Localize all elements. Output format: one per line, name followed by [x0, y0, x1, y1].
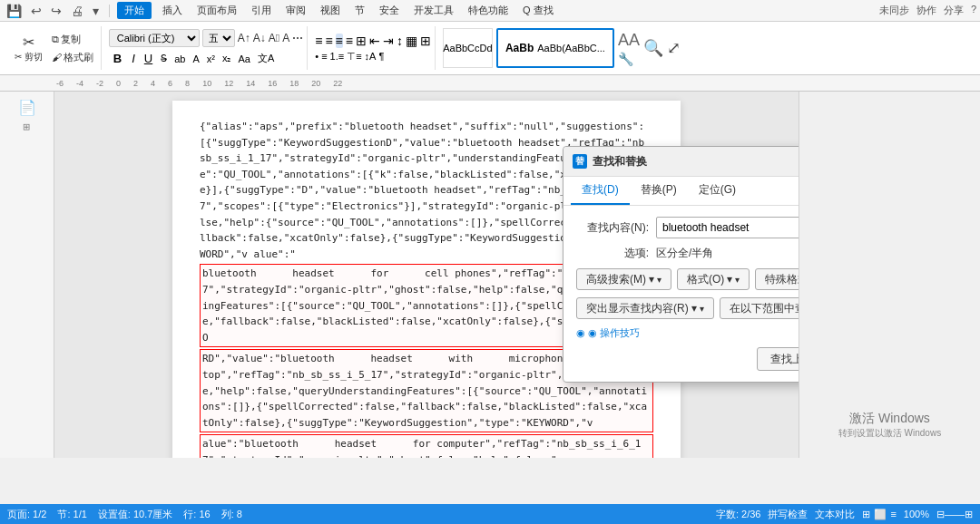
copy-button[interactable]: ⧉ 复制 — [48, 31, 97, 47]
spell-check[interactable]: 拼写检查 — [768, 508, 808, 521]
search-icon[interactable]: 🔍 — [643, 38, 663, 58]
show-all-button[interactable]: 突出显示查找内容(R) ▾ — [576, 297, 714, 319]
clear-format-icon[interactable]: A⃝ — [269, 32, 279, 44]
menu-search[interactable]: Q 查找 — [519, 2, 557, 19]
font-size-select[interactable]: 五号 — [202, 29, 235, 47]
justify-button[interactable]: ≡ — [346, 34, 353, 48]
view-icon-1[interactable]: ⊞ — [862, 509, 870, 520]
subscript-button[interactable]: x₂ — [220, 52, 234, 65]
ruler: -6 -4 -2 0 2 4 6 8 10 12 14 16 18 20 22 — [0, 75, 980, 92]
collaborate-btn[interactable]: 协作 — [916, 4, 936, 17]
highlight-button[interactable]: ab — [172, 53, 188, 65]
shading-button[interactable]: ▦ — [406, 34, 417, 48]
indent-increase-button[interactable]: ⇥ — [383, 34, 394, 48]
format-painter-icon: 🖌 — [52, 52, 62, 63]
italic-button[interactable]: I — [128, 51, 139, 66]
share-btn[interactable]: 分享 — [944, 4, 964, 17]
font-name-select[interactable]: Calibri (正文) — [109, 29, 200, 47]
view-icon-3[interactable]: ≡ — [890, 509, 896, 519]
style-heading1[interactable]: AaBb AaBb(AaBbC... — [496, 28, 614, 68]
menu-insert[interactable]: 插入 — [159, 2, 186, 19]
tab-find[interactable]: 查找(D) — [571, 177, 630, 205]
sort-button[interactable]: ↕A — [365, 51, 377, 63]
customize-icon[interactable]: ▾ — [90, 3, 102, 19]
section-info: 节: 1/1 — [57, 508, 86, 521]
redo-icon[interactable]: ↪ — [48, 3, 64, 19]
borders-button[interactable]: ⊞ — [420, 34, 431, 48]
menu-developer[interactable]: 开发工具 — [410, 2, 457, 19]
find-in-scope-label: 在以下范围中查找(I) — [730, 301, 799, 316]
style-normal[interactable]: AaBbCcDd — [443, 28, 493, 68]
font-color-icon[interactable]: A — [282, 32, 289, 44]
phonetic-button[interactable]: 文A — [255, 51, 277, 66]
style-tool-icon[interactable]: 🔧 — [618, 52, 640, 66]
advanced-search-button[interactable]: 高级搜索(M) ▾ — [576, 268, 671, 290]
pilcrow-button[interactable]: ¶ — [378, 51, 384, 63]
align-center-button[interactable]: ≡ — [325, 34, 332, 48]
style-heading1-label: AaBb — [505, 42, 534, 54]
separator — [109, 5, 110, 17]
menu-review[interactable]: 审阅 — [282, 2, 309, 19]
underline-button[interactable]: U — [141, 51, 156, 66]
paragraph-group: ≡ ≡ ≡ ≡ ⊞ ⇤ ⇥ ↕ ▦ ⊞ • ≡ 1.≡ ⊤≡ ↕A ¶ — [311, 26, 436, 70]
font-shrink-icon[interactable]: A↓ — [253, 32, 266, 44]
menu-section[interactable]: 节 — [351, 2, 368, 19]
dialog-icon: 替 — [573, 154, 587, 169]
advanced-search-label: 高级搜索(M) — [586, 272, 646, 287]
special-format-button[interactable]: 特殊格式(E) ▾ — [755, 268, 799, 290]
word-count[interactable]: 字数: 2/36 — [716, 508, 761, 521]
more-formats-icon[interactable]: ⋯ — [292, 32, 303, 44]
status-right: 字数: 2/36 拼写检查 文本对比 ⊞ ⬜ ≡ 100% ⊟——⊞ — [716, 508, 973, 521]
tips-link[interactable]: ◉ ◉ 操作技巧 — [576, 326, 799, 340]
numbering-button[interactable]: 1.≡ — [330, 51, 345, 63]
find-input[interactable] — [657, 218, 799, 237]
format-button[interactable]: 格式(O) ▾ — [677, 268, 750, 290]
copy-icon: ⧉ — [52, 34, 59, 45]
menu-features[interactable]: 特色功能 — [465, 2, 512, 19]
bold-button[interactable]: B — [109, 50, 126, 67]
ribbon: ✂ ✂ 剪切 ⧉ 复制 🖌 格式刷 Calibri (正文) — [0, 22, 980, 75]
strikethrough-button[interactable]: S̶ — [158, 52, 170, 65]
view-icon-2[interactable]: ⬜ — [874, 509, 887, 520]
sidebar-page-icon[interactable]: 📄 — [18, 99, 36, 116]
multilevel-button[interactable]: ⊤≡ — [347, 51, 361, 63]
menu-start[interactable]: 开始 — [117, 2, 152, 19]
expand-icon[interactable]: ⤢ — [667, 38, 681, 58]
align-right-button[interactable]: ≡ — [336, 34, 343, 48]
aa-icon[interactable]: AA — [618, 31, 640, 50]
font-color-button[interactable]: A — [190, 53, 201, 65]
align-left-button[interactable]: ≡ — [315, 34, 322, 48]
zoom-level[interactable]: 100% — [904, 509, 929, 519]
find-prev-button[interactable]: 查找上一处(B) — [757, 347, 799, 371]
show-all-label: 突出显示查找内容(R) — [586, 301, 689, 316]
action-buttons-row: 查找上一处(B) 查找下一处(F) 关闭 — [576, 347, 799, 371]
undo-icon[interactable]: ↩ — [28, 3, 44, 19]
help-btn[interactable]: ? — [971, 4, 976, 17]
sidebar-nav-icon[interactable]: ⊞ — [22, 123, 32, 131]
font-grow-icon[interactable]: A↑ — [238, 32, 250, 44]
cut-button[interactable]: ✂ ✂ 剪切 — [11, 28, 46, 68]
compare[interactable]: 文本对比 — [815, 508, 855, 521]
print-icon[interactable]: 🖨 — [68, 3, 86, 19]
zoom-slider[interactable]: ⊟——⊞ — [936, 509, 973, 520]
tab-replace[interactable]: 替换(P) — [630, 177, 688, 205]
line-spacing-button[interactable]: ↕ — [397, 34, 403, 48]
case-button[interactable]: Aa — [235, 53, 252, 65]
menu-layout[interactable]: 页面布局 — [193, 2, 240, 19]
bullets-button[interactable]: • ≡ — [315, 51, 327, 63]
save-icon[interactable]: 💾 — [4, 3, 24, 19]
indent-decrease-button[interactable]: ⇤ — [369, 34, 380, 48]
columns-button[interactable]: ⊞ — [356, 34, 367, 48]
clipboard-group: ✂ ✂ 剪切 ⧉ 复制 🖌 格式刷 — [7, 26, 102, 70]
advanced-buttons-row: 高级搜索(M) ▾ 格式(O) ▾ 特殊格式(E) ▾ — [576, 268, 799, 290]
tab-goto[interactable]: 定位(G) — [688, 177, 747, 205]
find-input-container: ▾ — [656, 217, 799, 238]
menu-bar: 💾 ↩ ↪ 🖨 ▾ 开始 插入 页面布局 引用 审阅 视图 节 安全 开发工具 … — [0, 0, 980, 22]
format-painter-button[interactable]: 🖌 格式刷 — [48, 49, 97, 65]
document-area: {"alias":"aps","prefix":"bluetooth heads… — [54, 92, 799, 458]
find-in-scope-button[interactable]: 在以下范围中查找(I) ▾ — [720, 297, 799, 319]
menu-security[interactable]: 安全 — [376, 2, 403, 19]
menu-references[interactable]: 引用 — [248, 2, 275, 19]
superscript-button[interactable]: x² — [204, 53, 218, 65]
menu-view[interactable]: 视图 — [317, 2, 344, 19]
